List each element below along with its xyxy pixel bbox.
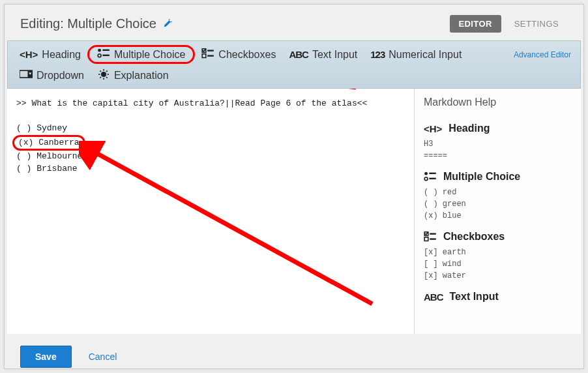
svg-rect-3 [102, 55, 109, 56]
edit-title-icon[interactable] [163, 16, 172, 31]
dropdown-icon [20, 69, 33, 82]
svg-point-23 [424, 177, 428, 181]
svg-line-16 [106, 77, 108, 78]
text-input-icon: ABC [289, 49, 308, 60]
multiple-choice-icon [97, 48, 110, 61]
tool-explanation[interactable]: Explanation [91, 67, 175, 84]
checkboxes-icon [201, 48, 214, 61]
tab-settings[interactable]: SETTINGS [505, 15, 568, 33]
heading-icon: <H> [20, 49, 38, 60]
tool-dd-label: Dropdown [37, 70, 84, 82]
tool-checkboxes[interactable]: Checkboxes [195, 46, 282, 63]
tool-numerical-input[interactable]: 123 Numerical Input [364, 46, 468, 63]
svg-rect-6 [203, 54, 207, 58]
body: >> What is the capital city of Australia… [7, 89, 581, 334]
annotation-arrow-diag [79, 141, 379, 310]
tool-text-input[interactable]: ABC Text Input [282, 46, 364, 63]
annotation-arrow-top [196, 89, 359, 94]
svg-point-0 [98, 49, 101, 52]
tool-cb-label: Checkboxes [218, 49, 276, 61]
heading-icon: <H> [424, 123, 442, 134]
option-4: ( ) Brisbane [16, 164, 78, 173]
text-input-icon: ABC [424, 291, 443, 303]
editor-dialog: Editing: Multiple Choice EDITOR SETTINGS… [4, 4, 584, 369]
tool-dropdown[interactable]: Dropdown [13, 67, 91, 84]
header-tabs: EDITOR SETTINGS [450, 15, 568, 33]
help-heading: <H> Heading [424, 123, 572, 134]
help-mc: Multiple Choice [424, 171, 572, 183]
svg-rect-1 [102, 50, 109, 51]
help-heading-example: H3 ===== [424, 138, 572, 162]
toolbar: <H> Heading Multiple Choice Checkboxes A… [7, 40, 581, 89]
svg-line-15 [100, 70, 101, 72]
svg-rect-5 [208, 50, 214, 51]
numerical-input-icon: 123 [370, 49, 385, 60]
markdown-editor[interactable]: >> What is the capital city of Australia… [7, 89, 414, 334]
svg-rect-26 [430, 233, 436, 234]
title-text: Editing: Multiple Choice [20, 16, 156, 31]
dialog-header: Editing: Multiple Choice EDITOR SETTINGS [5, 5, 583, 38]
svg-line-18 [100, 77, 101, 78]
svg-rect-27 [424, 237, 428, 241]
svg-line-17 [106, 70, 108, 72]
tool-ni-label: Numerical Input [389, 49, 462, 61]
help-cb: Checkboxes [424, 231, 572, 243]
option-3: ( ) Melbourne [16, 151, 82, 161]
markdown-help-sidebar[interactable]: Markdown Help <H> Heading H3 ===== Multi… [414, 89, 581, 334]
tool-multiple-choice[interactable]: Multiple Choice [87, 45, 195, 64]
tool-exp-label: Explanation [114, 70, 169, 82]
svg-point-10 [101, 72, 106, 77]
option-2-correct: (x) Canberra [12, 135, 85, 151]
page-title: Editing: Multiple Choice [20, 16, 172, 31]
cancel-button[interactable]: Cancel [89, 351, 117, 362]
tool-heading[interactable]: <H> Heading [13, 46, 87, 63]
svg-line-20 [91, 150, 372, 304]
sidebar-title: Markdown Help [424, 89, 572, 113]
footer: Save Cancel [5, 334, 583, 373]
help-mc-example: ( ) red ( ) green (x) blue [424, 186, 572, 222]
svg-rect-7 [208, 55, 214, 56]
help-ti: ABC Text Input [424, 291, 572, 303]
tool-ti-label: Text Input [312, 49, 357, 61]
option-1: ( ) Sydney [16, 123, 67, 133]
svg-point-2 [98, 54, 101, 57]
tool-mc-label: Multiple Choice [114, 49, 185, 61]
tool-heading-label: Heading [42, 49, 81, 61]
save-button[interactable]: Save [20, 346, 72, 368]
svg-rect-28 [430, 238, 436, 239]
svg-point-21 [424, 172, 428, 175]
explanation-icon [97, 69, 110, 82]
help-cb-example: [x] earth [ ] wind [x] water [424, 246, 572, 282]
svg-rect-22 [429, 173, 435, 174]
prompt-line: >> What is the capital city of Australia… [16, 98, 367, 108]
advanced-editor-link[interactable]: Advanced Editor [514, 50, 575, 59]
tab-editor[interactable]: EDITOR [450, 15, 501, 33]
svg-rect-24 [429, 178, 435, 179]
